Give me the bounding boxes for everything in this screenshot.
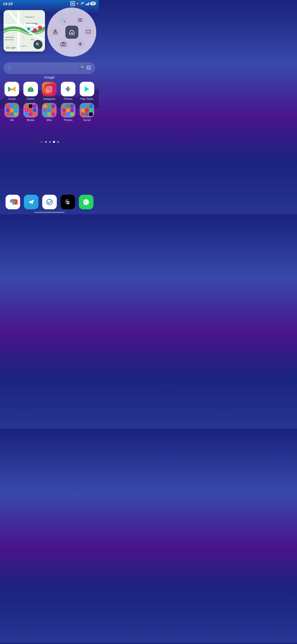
svg-rect-43	[45, 197, 54, 207]
svg-point-41	[12, 201, 14, 203]
mute-icon: 🔇	[76, 2, 79, 5]
page-indicators	[0, 141, 99, 143]
dot-line-1	[40, 142, 40, 142]
app-instagram[interactable]: Instagram	[41, 82, 58, 100]
folder-social-icon	[80, 103, 94, 117]
app-grid: Gmail Home	[0, 82, 99, 124]
dock-whatsapp[interactable]	[78, 195, 95, 209]
map-content: Ringway S Keki's Guinea n Basingstoke, a…	[4, 10, 45, 52]
google-g-logo: G	[8, 65, 12, 71]
status-icons: N 🔇 76	[70, 1, 96, 6]
wheel-add-button[interactable]	[75, 38, 86, 50]
search-bar-label: Google	[0, 75, 99, 79]
wheel-search-button[interactable]: 🔍	[58, 15, 69, 26]
instagram-label: Instagram	[43, 97, 56, 100]
app-folder-aa[interactable]: AA	[3, 103, 20, 122]
page-dot-1[interactable]	[45, 141, 47, 143]
dot-line-3	[42, 142, 43, 142]
wheel-window-button[interactable]	[83, 26, 94, 37]
home-indicator[interactable]	[34, 212, 65, 213]
folder-photos-label: Photos	[64, 118, 72, 122]
svg-text:Gen: Gen	[35, 23, 38, 25]
whatsapp-icon	[79, 195, 93, 209]
photos-icon	[61, 82, 75, 96]
svg-point-35	[51, 87, 52, 88]
google-search-bar[interactable]: G 🎤	[4, 62, 95, 74]
folder-media-label: Media	[27, 118, 34, 122]
gmail-icon	[5, 82, 19, 96]
voice-search-icon[interactable]: 🎤	[78, 65, 84, 71]
folder-aa-icon	[5, 103, 19, 117]
signal-icon	[85, 2, 89, 5]
chrome-icon	[6, 195, 20, 209]
folder-media-icon: M	[23, 103, 38, 117]
telegram-icon	[24, 195, 38, 209]
google-logo: Google	[6, 46, 16, 49]
tasks-icon	[42, 195, 57, 209]
svg-point-23	[62, 44, 64, 46]
app-folder-misc[interactable]: Misc	[41, 103, 58, 122]
action-wheel: 🔍	[47, 8, 96, 57]
svg-rect-21	[86, 30, 90, 33]
svg-text:📷: 📷	[32, 29, 35, 32]
wheel-menu-button[interactable]	[75, 15, 86, 26]
folder-misc-icon	[42, 103, 57, 117]
app-playstore[interactable]: Play Store	[78, 82, 95, 100]
svg-text:Grove Rd: Grove Rd	[20, 45, 26, 47]
nfc-icon: N	[70, 1, 75, 6]
app-gmail[interactable]: Gmail	[3, 82, 20, 100]
page-dot-3[interactable]	[53, 141, 55, 143]
app-folder-photos[interactable]: Photos	[60, 103, 77, 122]
svg-point-15	[38, 26, 42, 30]
svg-rect-32	[44, 84, 54, 94]
page-dot-2[interactable]	[49, 141, 51, 143]
page-dot-lines	[40, 142, 43, 142]
svg-point-46	[67, 202, 68, 203]
folder-misc-label: Misc	[46, 118, 52, 122]
dock-chrome[interactable]	[4, 195, 21, 209]
wheel-home-button[interactable]	[65, 26, 78, 39]
instagram-icon	[42, 82, 57, 96]
svg-point-27	[88, 67, 90, 69]
map-search-button[interactable]: 🔍	[33, 40, 42, 49]
status-bar: 14:23 N 🔇 76	[0, 0, 99, 7]
page-dot-4[interactable]	[57, 141, 59, 143]
dock-telegram[interactable]	[23, 195, 40, 209]
wifi-icon	[80, 2, 84, 5]
app-photos[interactable]: Photos	[60, 82, 77, 100]
photos-label: Photos	[64, 97, 72, 100]
threads-icon	[61, 195, 75, 209]
gmail-label: Gmail	[8, 97, 16, 100]
svg-text:an IHG Hotel: an IHG Hotel	[5, 39, 14, 41]
svg-rect-30	[30, 90, 32, 92]
playstore-label: Play Store	[80, 97, 93, 100]
app-folder-media[interactable]: M Media	[22, 103, 39, 122]
wheel-share-button[interactable]	[50, 26, 61, 37]
maps-widget[interactable]: Ringway S Keki's Guinea n Basingstoke, a…	[4, 10, 45, 52]
dot-line-2	[41, 142, 42, 142]
wheel-camera-button[interactable]	[58, 38, 69, 50]
home-label: Home	[27, 97, 34, 100]
lens-search-icon[interactable]	[86, 65, 91, 71]
svg-text:n Basingstoke,: n Basingstoke,	[5, 36, 15, 38]
folder-social-label: Social	[83, 118, 91, 122]
svg-rect-26	[87, 66, 90, 69]
svg-point-13	[27, 27, 30, 30]
dock-tasks[interactable]	[41, 195, 58, 209]
svg-text:Ringway S: Ringway S	[25, 16, 34, 18]
app-row-1: Gmail Home	[3, 82, 96, 100]
svg-point-31	[30, 87, 31, 89]
folder-photos-icon	[61, 103, 75, 117]
app-home[interactable]: Home	[22, 82, 39, 100]
app-row-2: AA M Media	[3, 103, 96, 122]
clock: 14:23	[3, 2, 13, 6]
svg-text:A33: A33	[31, 39, 34, 41]
dock	[4, 195, 95, 209]
home-icon	[23, 82, 38, 96]
dock-threads[interactable]	[59, 195, 76, 209]
playstore-icon	[80, 82, 94, 96]
app-folder-social[interactable]: Social	[78, 103, 95, 122]
folder-aa-label: AA	[10, 118, 14, 122]
battery-level: 76	[90, 2, 96, 5]
